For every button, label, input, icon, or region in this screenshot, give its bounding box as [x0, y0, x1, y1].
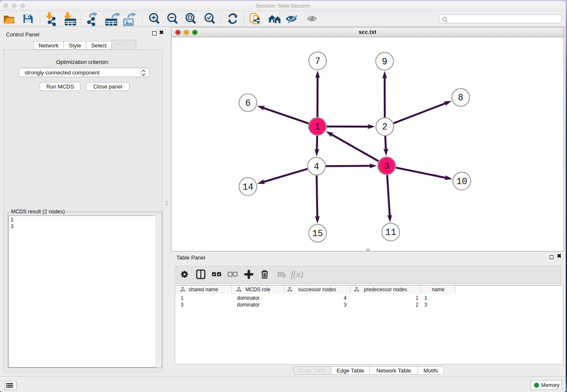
- svg-text:4: 4: [314, 162, 319, 172]
- svg-text:8: 8: [458, 93, 463, 103]
- svg-text:15: 15: [312, 229, 323, 239]
- svg-text:10: 10: [456, 177, 467, 187]
- svg-text:6: 6: [245, 98, 250, 108]
- svg-text:11: 11: [385, 227, 396, 237]
- svg-text:7: 7: [315, 56, 320, 66]
- svg-text:9: 9: [382, 57, 387, 67]
- svg-text:3: 3: [384, 161, 389, 171]
- svg-text:1: 1: [315, 122, 320, 132]
- svg-text:f(x): f(x): [291, 269, 303, 279]
- svg-text:14: 14: [242, 182, 253, 192]
- svg-text:2: 2: [382, 122, 388, 132]
